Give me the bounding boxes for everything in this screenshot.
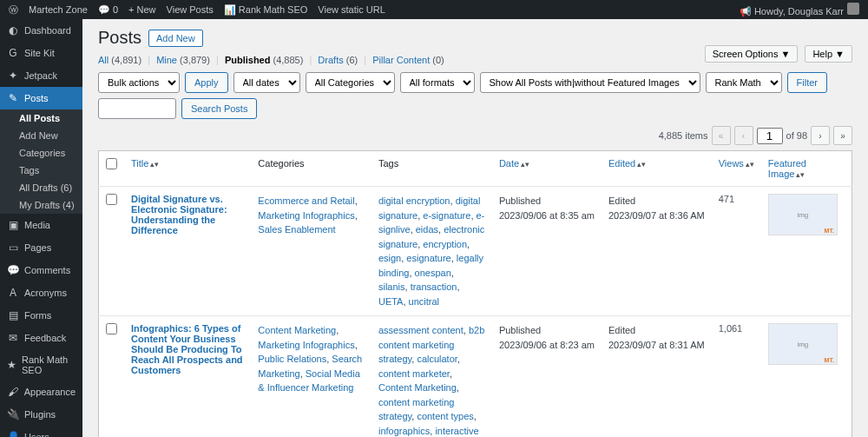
sidebar-label: Acronyms [24, 288, 67, 298]
filter-button[interactable]: Filter [787, 72, 827, 93]
col-featured[interactable]: Featured Image▴▾ [761, 151, 852, 187]
status-mine[interactable]: Mine [156, 55, 177, 65]
search-input[interactable] [98, 98, 176, 119]
sidebar-item-feedback[interactable]: ✉Feedback [0, 327, 82, 349]
term-link[interactable]: content types [417, 411, 473, 421]
status-pillar[interactable]: Pillar Content [372, 55, 430, 65]
sidebar-icon: A [7, 287, 19, 299]
col-views[interactable]: Views▴▾ [712, 151, 761, 187]
featured-images-select[interactable]: Show All Posts with|without Featured Ima… [480, 72, 700, 93]
sidebar-item-acronyms[interactable]: AAcronyms [0, 281, 82, 304]
sidebar-item-posts[interactable]: ✎Posts [0, 87, 82, 109]
sidebar-sub-all-posts[interactable]: All Posts [0, 109, 82, 127]
categories-select[interactable]: All Categories [306, 72, 395, 93]
current-page-input[interactable] [757, 128, 783, 144]
status-all[interactable]: All [98, 55, 108, 65]
term-link[interactable]: infographics [378, 426, 430, 436]
bulk-actions-select[interactable]: Bulk actions [98, 72, 180, 93]
sidebar-item-pages[interactable]: ▭Pages [0, 236, 82, 259]
sidebar-sub-add-new[interactable]: Add New [0, 127, 82, 144]
term-link[interactable]: encryption [423, 239, 467, 249]
term-link[interactable]: Ecommerce and Retail [258, 195, 354, 206]
next-page-button[interactable]: › [811, 126, 830, 145]
add-new-button[interactable]: Add New [148, 30, 203, 47]
post-title-link[interactable]: Infographics: 6 Types of Content Your Bu… [131, 323, 244, 375]
sidebar-item-appearance[interactable]: 🖌Appearance [0, 381, 82, 403]
wp-logo[interactable]: ⓦ [9, 3, 18, 17]
term-link[interactable]: esignature [406, 253, 450, 263]
term-link[interactable]: calculator [417, 354, 457, 364]
col-categories[interactable]: Categories [251, 151, 372, 187]
formats-select[interactable]: All formats [400, 72, 475, 93]
apply-button[interactable]: Apply [185, 72, 228, 93]
sidebar-sub-all-drafts-6-[interactable]: All Drafts (6) [0, 179, 82, 196]
sidebar-icon: ★ [7, 359, 16, 371]
term-link[interactable]: assessment content [378, 325, 464, 335]
site-name-link[interactable]: Martech Zone [29, 4, 88, 15]
sidebar-label: Rank Math SEO [22, 354, 76, 375]
term-link[interactable]: Public Relations [258, 354, 326, 364]
term-link[interactable]: transaction [411, 281, 457, 292]
term-link[interactable]: Content Marketing [258, 325, 336, 335]
term-link[interactable]: content marketer [378, 368, 450, 379]
view-posts-link[interactable]: View Posts [167, 4, 214, 15]
term-link[interactable]: UETA [378, 296, 404, 307]
table-row: Digital Signature vs. Electronic Signatu… [99, 187, 852, 316]
search-button[interactable]: Search Posts [181, 98, 257, 119]
sidebar-label: Posts [24, 93, 49, 103]
sidebar-sub-tags[interactable]: Tags [0, 162, 82, 179]
status-published[interactable]: Published [225, 55, 271, 65]
rank-math-link[interactable]: 📊 Rank Math SEO [224, 4, 308, 16]
term-link[interactable]: silanis [378, 281, 405, 292]
featured-thumbnail[interactable]: img [768, 194, 838, 235]
new-link[interactable]: + New [128, 4, 156, 15]
sidebar-sub-categories[interactable]: Categories [0, 144, 82, 162]
term-link[interactable]: e-signature [423, 210, 470, 221]
term-link[interactable]: onespan [415, 268, 451, 278]
term-link[interactable]: esign [378, 253, 401, 263]
categories-cell: Ecommerce and Retail, Marketing Infograp… [251, 187, 372, 316]
term-link[interactable]: Content Marketing [378, 382, 457, 393]
page-title: Posts [98, 28, 141, 48]
term-link[interactable]: eidas [416, 224, 438, 235]
sidebar-item-users[interactable]: 👤Users [0, 426, 82, 437]
sidebar-sub-my-drafts-4-[interactable]: My Drafts (4) [0, 196, 82, 214]
post-title-link[interactable]: Digital Signature vs. Electronic Signatu… [131, 194, 244, 235]
sidebar-item-forms[interactable]: ▤Forms [0, 304, 82, 327]
sidebar-item-site-kit[interactable]: GSite Kit [0, 42, 82, 64]
last-page-button[interactable]: » [833, 126, 852, 145]
col-title[interactable]: Title▴▾ [124, 151, 251, 187]
first-page-button[interactable]: « [712, 126, 731, 145]
sidebar-item-rank-math-seo[interactable]: ★Rank Math SEO [0, 349, 82, 381]
row-checkbox[interactable] [106, 323, 117, 334]
term-link[interactable]: digital encryption [378, 195, 450, 206]
col-date[interactable]: Date▴▾ [492, 151, 602, 187]
featured-thumbnail[interactable]: img [768, 323, 838, 365]
term-link[interactable]: Marketing Infographics [258, 210, 354, 221]
comments-link[interactable]: 💬 0 [98, 4, 118, 16]
row-checkbox[interactable] [106, 194, 117, 205]
sidebar-label: Jetpack [24, 70, 57, 81]
help-button[interactable]: Help ▼ [805, 45, 852, 63]
term-link[interactable]: Marketing Infographics [258, 340, 354, 350]
sidebar-item-comments[interactable]: 💬Comments [0, 259, 82, 281]
col-tags[interactable]: Tags [372, 151, 492, 187]
dates-select[interactable]: All dates [233, 72, 300, 93]
sidebar-item-media[interactable]: ▣Media [0, 214, 82, 236]
term-link[interactable]: Sales Enablement [258, 224, 335, 235]
sidebar-label: Pages [24, 242, 51, 253]
col-edited[interactable]: Edited▴▾ [602, 151, 712, 187]
sidebar-item-plugins[interactable]: 🔌Plugins [0, 403, 82, 426]
featured-cell: img [761, 316, 852, 438]
howdy-link[interactable]: 📢 Howdy, Douglas Karr [740, 3, 859, 17]
select-all-checkbox[interactable] [106, 158, 117, 169]
screen-options-button[interactable]: Screen Options ▼ [705, 45, 799, 63]
sidebar-item-dashboard[interactable]: ◐Dashboard [0, 19, 82, 42]
view-static-link[interactable]: View static URL [318, 4, 385, 15]
date-cell: Published2023/09/06 at 8:23 am [492, 316, 602, 438]
status-drafts[interactable]: Drafts [318, 55, 343, 65]
prev-page-button[interactable]: ‹ [734, 126, 753, 145]
sidebar-item-jetpack[interactable]: ✦Jetpack [0, 64, 82, 87]
term-link[interactable]: uncitral [409, 296, 439, 307]
rank-math-select[interactable]: Rank Math [706, 72, 782, 93]
